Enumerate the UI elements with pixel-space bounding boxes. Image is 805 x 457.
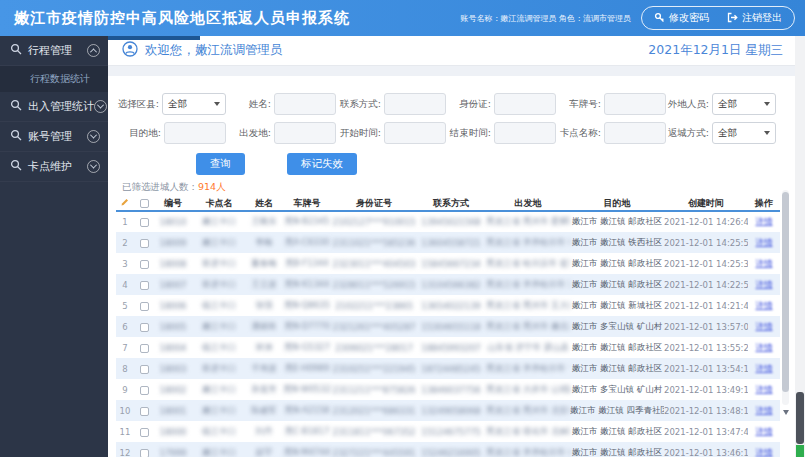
cell-plate: 黑C·B1817: [282, 421, 332, 442]
records-table: 编号 卡点名 姓名 车牌号 身份证号 联系方式 出发地 目的地 创建时间 操作 …: [116, 196, 780, 457]
cell-name: 宋涛: [246, 337, 282, 358]
filter-label: 目的地:: [129, 127, 161, 140]
filter-district: 选择区县: 全部: [116, 92, 226, 116]
outsider-select[interactable]: 全部: [712, 93, 776, 115]
return-mode-select[interactable]: 全部: [712, 122, 776, 144]
sidebar-item-trip-management[interactable]: 行程管理: [0, 36, 108, 66]
row-checkbox[interactable]: [140, 323, 149, 332]
contact-field[interactable]: [384, 93, 446, 115]
detail-link[interactable]: 详情: [756, 447, 773, 457]
sidebar-subitem-trip-data-stats[interactable]: 行程数据统计: [0, 66, 108, 92]
detail-link[interactable]: 详情: [756, 405, 773, 415]
table-scrollbar[interactable]: [782, 190, 789, 405]
cell-id-card: 2310251***221945: [332, 358, 416, 379]
name-field[interactable]: [274, 93, 336, 115]
sidebar-item-checkpoint-maintenance[interactable]: 卡点维护: [0, 152, 108, 182]
detail-link[interactable]: 详情: [756, 300, 773, 310]
cell-created: 2021-12-01 14:22:56: [664, 274, 748, 295]
page-scrollbar[interactable]: [795, 36, 805, 457]
table-scrollbar-thumb[interactable]: [782, 192, 789, 392]
logout-button[interactable]: 注销登出: [727, 11, 782, 25]
cell-name: 潘丽英: [246, 316, 282, 337]
row-checkbox-cell: [134, 358, 154, 379]
cell-name: 王立波: [246, 274, 282, 295]
detail-link[interactable]: 详情: [756, 426, 773, 436]
row-index: 7: [116, 337, 134, 358]
row-checkbox[interactable]: [140, 302, 149, 311]
origin-field[interactable]: [274, 122, 336, 144]
row-checkbox[interactable]: [140, 428, 149, 437]
sidebar-item-account-management[interactable]: 账号管理: [0, 122, 108, 152]
start-time-field[interactable]: [384, 122, 446, 144]
summary-line: 已筛选进城人数：914人: [122, 181, 779, 194]
col-header-operation: 操作: [748, 196, 780, 211]
cell-destination: 嫩江市 嫩江镇 邮政社区: [570, 421, 664, 442]
end-time-field[interactable]: [494, 122, 556, 144]
detail-link[interactable]: 详情: [756, 342, 773, 352]
row-checkbox[interactable]: [140, 407, 149, 416]
row-checkbox[interactable]: [140, 449, 149, 457]
cell-name: 董春梅: [246, 253, 282, 274]
row-checkbox[interactable]: [140, 218, 149, 227]
cell-checkpoint: 嫩江卡口: [192, 211, 246, 232]
col-header-id: 编号: [154, 196, 192, 211]
cell-operation: 详情: [748, 253, 780, 274]
row-checkbox-cell: [134, 274, 154, 295]
search-icon: [10, 43, 22, 58]
action-buttons: 查询 标记失效: [196, 153, 779, 175]
row-index: 4: [116, 274, 134, 295]
detail-link[interactable]: 详情: [756, 237, 773, 247]
checkpoint-name-field[interactable]: [604, 122, 666, 144]
search-icon: [10, 99, 22, 114]
detail-link[interactable]: 详情: [756, 216, 773, 226]
row-checkbox[interactable]: [140, 344, 149, 353]
cell-origin: 黑龙江省 齐齐哈尔市 甘南县: [486, 358, 570, 379]
chevron-down-icon: [94, 100, 107, 113]
detail-link[interactable]: 详情: [756, 321, 773, 331]
cell-id: 17999: [154, 442, 192, 457]
col-header-plate: 车牌号: [282, 196, 332, 211]
chevron-down-icon: [87, 160, 100, 173]
cell-phone: 13104566382: [416, 274, 486, 295]
scroll-down-icon[interactable]: [783, 410, 789, 415]
sidebar-item-inout-stats[interactable]: 出入管理统计: [0, 92, 108, 122]
welcome-bar: 欢迎您，嫩江流调管理员 2021年12月1日 星期三: [108, 36, 805, 66]
cell-operation: 详情: [748, 274, 780, 295]
header-accent-strip: [108, 36, 200, 40]
detail-link[interactable]: 详情: [756, 363, 773, 373]
key-icon: [654, 12, 665, 25]
filter-plate: 车牌号:: [556, 92, 666, 116]
row-checkbox-cell: [134, 421, 154, 442]
detail-link[interactable]: 详情: [756, 279, 773, 289]
select-all-checkbox[interactable]: [134, 196, 154, 211]
cell-name: 张强: [246, 295, 282, 316]
row-checkbox[interactable]: [140, 260, 149, 269]
cell-phone: 15124675775: [416, 421, 486, 442]
plate-field[interactable]: [604, 93, 666, 115]
change-password-button[interactable]: 修改密码: [654, 11, 709, 25]
table-row: 11 18000 临江卡口 刘丹 黑C·B1817 2311811***0673…: [116, 421, 780, 442]
sidebar-item-label: 行程管理: [28, 43, 87, 58]
detail-link[interactable]: 详情: [756, 384, 773, 394]
page-scrollbar-thumb[interactable]: [796, 392, 804, 444]
row-checkbox-cell: [134, 316, 154, 337]
row-checkbox[interactable]: [140, 386, 149, 395]
cell-id-card: 2306021***28017: [332, 337, 416, 358]
row-checkbox[interactable]: [140, 365, 149, 374]
district-select[interactable]: 全部: [162, 93, 226, 115]
cell-id-card: 2321261***405287: [332, 316, 416, 337]
id-card-field[interactable]: [494, 93, 556, 115]
cell-id-card: 2311811***067352: [332, 421, 416, 442]
mark-invalid-button[interactable]: 标记失效: [287, 153, 357, 175]
sidebar-item-label: 账号管理: [28, 129, 87, 144]
col-header-destination: 目的地: [570, 196, 664, 211]
destination-field[interactable]: [164, 122, 226, 144]
search-icon: [10, 159, 22, 174]
search-button[interactable]: 查询: [196, 153, 245, 175]
detail-link[interactable]: 详情: [756, 258, 773, 268]
filter-label: 返城方式:: [668, 127, 709, 140]
summary-count: 914人: [198, 181, 226, 192]
cell-origin: 黑龙江省 大庆市 让胡路区: [486, 379, 570, 400]
row-checkbox[interactable]: [140, 239, 149, 248]
row-checkbox[interactable]: [140, 281, 149, 290]
